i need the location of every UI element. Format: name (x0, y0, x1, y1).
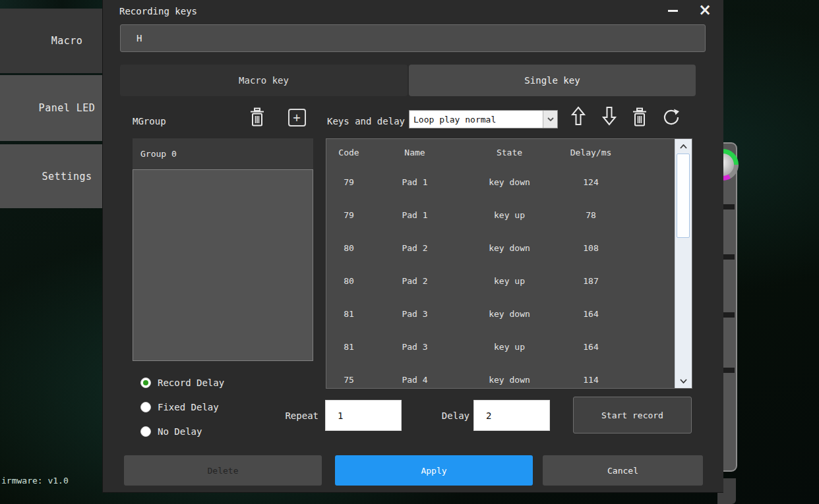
minimize-button[interactable] (662, 3, 683, 18)
add-group-button[interactable]: + (286, 105, 307, 129)
tab-label: Single key (524, 75, 580, 86)
cell-code: 81 (326, 309, 371, 319)
sidebar-item-panel-led[interactable]: Panel LED (0, 75, 102, 141)
delete-key-button[interactable] (629, 105, 650, 129)
table-header-row: Code Name State Delay/ms (326, 139, 675, 165)
sidebar-item-macro[interactable]: Macro (0, 9, 102, 73)
radio-fixed-delay[interactable]: Fixed Delay (140, 401, 219, 413)
cell-delay: 124 (561, 177, 621, 187)
cell-state: key up (458, 210, 561, 220)
background-art (0, 0, 102, 9)
tab-label: Macro key (239, 75, 289, 86)
apply-button[interactable]: Apply (335, 455, 533, 486)
sidebar-item-label: Settings (42, 171, 92, 182)
cell-delay: 114 (561, 375, 621, 385)
delete-group-button[interactable] (247, 105, 268, 129)
close-button[interactable]: × (694, 1, 716, 19)
cell-state: key down (458, 375, 561, 385)
recording-keys-dialog: Recording keys × Macro key Single key MG… (102, 0, 723, 493)
cell-delay: 164 (561, 309, 621, 319)
cell-code: 75 (326, 375, 371, 385)
radio-no-delay[interactable]: No Delay (140, 426, 202, 437)
keys-and-delay-label: Keys and delay (327, 116, 405, 126)
scroll-up-icon[interactable] (675, 139, 692, 154)
cell-name: Pad 1 (371, 210, 458, 220)
arrow-down-icon (601, 106, 617, 126)
play-mode-select[interactable]: Loop play normal (409, 110, 558, 128)
radio-label: Fixed Delay (158, 402, 219, 412)
cell-state: key up (458, 342, 561, 352)
sidebar-item-label: Macro (51, 35, 83, 47)
chevron-down-icon (543, 111, 557, 128)
cell-state: key down (458, 309, 561, 319)
start-record-button[interactable]: Start record (573, 397, 692, 434)
table-row[interactable]: 81 Pad 3 key down 164 (326, 297, 675, 330)
start-record-label: Start record (601, 410, 663, 420)
mgroup-label: MGroup (133, 116, 166, 126)
refresh-icon (661, 107, 681, 127)
cancel-button[interactable]: Cancel (543, 455, 703, 486)
add-icon: + (288, 109, 306, 126)
delay-input[interactable] (473, 400, 550, 431)
table-row[interactable]: 79 Pad 1 key down 124 (326, 165, 675, 198)
firmware-version-label: irmware: v1.0 (1, 476, 69, 486)
cell-delay: 78 (561, 210, 621, 220)
tab-macro-key[interactable]: Macro key (120, 65, 408, 96)
cell-name: Pad 4 (371, 375, 458, 385)
trash-icon (631, 107, 648, 127)
trash-icon (249, 107, 266, 127)
cell-delay: 164 (561, 342, 621, 352)
cell-code: 79 (326, 177, 371, 187)
cell-name: Pad 1 (371, 177, 458, 187)
radio-icon (140, 402, 151, 412)
cell-delay: 187 (561, 276, 621, 286)
radio-icon (140, 426, 151, 437)
apply-label: Apply (421, 466, 446, 476)
delay-label: Delay (411, 410, 470, 421)
radio-record-delay[interactable]: Record Delay (140, 377, 224, 389)
cell-code: 80 (326, 243, 371, 253)
move-up-button[interactable] (568, 104, 589, 128)
arrow-up-icon (570, 106, 586, 126)
cell-state: key down (458, 243, 561, 253)
col-delay: Delay/ms (561, 148, 621, 157)
cell-name: Pad 2 (371, 276, 458, 286)
table-row[interactable]: 75 Pad 4 key down 114 (326, 363, 675, 389)
cell-code: 80 (326, 276, 371, 286)
move-down-button[interactable] (599, 104, 620, 128)
radio-label: No Delay (158, 426, 202, 437)
group-label: Group 0 (140, 149, 177, 159)
col-state: State (458, 148, 561, 157)
dialog-title: Recording keys (119, 6, 197, 16)
cell-name: Pad 2 (371, 243, 458, 253)
cell-state: key up (458, 276, 561, 286)
cell-state: key down (458, 177, 561, 187)
cell-code: 81 (326, 342, 371, 352)
keys-table-content: Code Name State Delay/ms 79 Pad 1 key do… (326, 139, 675, 388)
radio-label: Record Delay (158, 378, 224, 388)
delete-button[interactable]: Delete (124, 455, 322, 486)
refresh-button[interactable] (661, 105, 682, 129)
cell-name: Pad 3 (371, 342, 458, 352)
repeat-input[interactable] (325, 400, 402, 431)
cell-code: 79 (326, 210, 371, 220)
group-list-item-0[interactable]: Group 0 (133, 138, 313, 169)
keys-table: Code Name State Delay/ms 79 Pad 1 key do… (326, 138, 692, 389)
table-row[interactable]: 80 Pad 2 key down 108 (326, 231, 675, 264)
close-icon: × (698, 1, 712, 19)
group-list-body[interactable] (133, 169, 313, 361)
delete-label: Delete (208, 466, 239, 476)
sidebar-item-settings[interactable]: Settings (0, 144, 102, 208)
scroll-down-icon[interactable] (675, 374, 692, 388)
play-mode-value: Loop play normal (410, 115, 543, 125)
table-row[interactable]: 81 Pad 3 key up 164 (326, 330, 675, 363)
table-scrollbar[interactable] (675, 139, 692, 388)
tab-single-key[interactable]: Single key (409, 65, 696, 96)
repeat-label: Repeat (253, 410, 318, 421)
table-row[interactable]: 80 Pad 2 key up 187 (326, 264, 675, 297)
cancel-label: Cancel (607, 466, 638, 476)
scrollbar-thumb[interactable] (677, 154, 690, 238)
recording-name-input[interactable] (120, 24, 706, 52)
cell-delay: 108 (561, 243, 621, 253)
table-row[interactable]: 79 Pad 1 key up 78 (326, 198, 675, 231)
